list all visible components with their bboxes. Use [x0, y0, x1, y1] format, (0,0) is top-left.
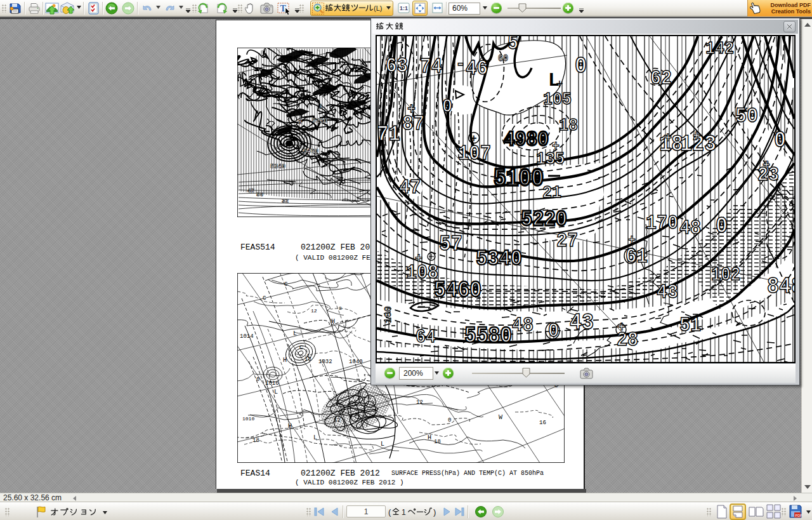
svg-text:47: 47: [247, 188, 254, 194]
svg-text:74: 74: [420, 55, 442, 79]
svg-text:5220: 5220: [312, 117, 327, 124]
svg-text:5460: 5460: [434, 277, 481, 303]
svg-text:18: 18: [559, 116, 578, 135]
svg-text:+: +: [664, 131, 672, 147]
svg-text:0: 0: [774, 128, 786, 154]
svg-text:48: 48: [679, 217, 701, 240]
svg-text:4980: 4980: [504, 128, 549, 152]
svg-text:1: 1: [402, 508, 406, 517]
svg-text:27: 27: [556, 229, 578, 253]
svg-text:105: 105: [543, 90, 572, 109]
svg-text:+: +: [407, 101, 416, 118]
svg-text:5340: 5340: [476, 246, 522, 272]
svg-text:0: 0: [716, 213, 728, 239]
svg-text:L: L: [274, 389, 278, 396]
svg-text:+: +: [415, 251, 422, 267]
svg-text:43: 43: [657, 281, 678, 304]
svg-text:63: 63: [386, 55, 408, 78]
svg-text:62: 62: [650, 67, 672, 90]
svg-text:12: 12: [311, 308, 317, 314]
svg-text:1010: 1010: [242, 416, 254, 422]
svg-text:1032: 1032: [318, 359, 332, 365]
svg-text:0: 0: [256, 377, 259, 383]
svg-text:5580: 5580: [464, 323, 512, 349]
svg-text:L: L: [381, 441, 384, 448]
svg-text:18: 18: [434, 439, 441, 445]
svg-text:C: C: [299, 345, 303, 351]
svg-text:50: 50: [735, 104, 758, 128]
svg-text:H: H: [283, 357, 287, 364]
svg-text:C: C: [263, 295, 266, 302]
svg-text:107: 107: [458, 142, 491, 166]
svg-text:+: +: [693, 129, 700, 145]
svg-text:+: +: [556, 77, 563, 92]
svg-text:5460: 5460: [303, 148, 318, 155]
svg-text:60: 60: [498, 53, 508, 64]
svg-text:170: 170: [646, 211, 678, 235]
svg-text:43: 43: [570, 310, 594, 336]
svg-text:L: L: [307, 353, 310, 359]
svg-text:0: 0: [448, 417, 451, 423]
svg-text:5: 5: [508, 36, 518, 55]
svg-text:C: C: [284, 281, 288, 288]
svg-text:5100: 5100: [494, 165, 544, 192]
svg-text:-: -: [455, 53, 466, 75]
svg-text:46: 46: [466, 57, 488, 81]
svg-text:16: 16: [539, 420, 546, 426]
svg-text:47: 47: [399, 176, 421, 199]
svg-text:1016: 1016: [265, 380, 279, 387]
svg-text:100: 100: [383, 306, 394, 323]
svg-text:71: 71: [377, 122, 400, 147]
svg-text:12: 12: [334, 417, 341, 423]
svg-text:L: L: [293, 330, 297, 337]
svg-text:PDF: PDF: [796, 514, 803, 517]
svg-text:102: 102: [711, 265, 740, 286]
svg-text:): ): [433, 507, 436, 517]
svg-text:5220: 5220: [521, 207, 567, 232]
svg-text:H: H: [428, 434, 431, 441]
svg-text:48: 48: [512, 314, 534, 337]
svg-text:18: 18: [252, 437, 259, 444]
svg-text:H: H: [298, 119, 301, 126]
svg-text:H: H: [288, 423, 292, 430]
svg-text:0: 0: [442, 96, 452, 117]
svg-text:57: 57: [439, 232, 462, 257]
svg-text:51: 51: [679, 314, 701, 337]
svg-text:W: W: [499, 414, 502, 421]
svg-text:L: L: [313, 434, 317, 441]
svg-text:(: (: [388, 507, 391, 517]
svg-text:+: +: [471, 133, 477, 145]
svg-text:56: 56: [256, 192, 263, 198]
svg-text:8: 8: [339, 305, 342, 311]
svg-text:848: 848: [767, 274, 794, 300]
svg-text:(L): (L): [374, 4, 382, 12]
svg-text:+: +: [763, 158, 770, 174]
svg-text:64: 64: [416, 326, 436, 348]
svg-text:12: 12: [416, 399, 423, 406]
svg-text:1:1: 1:1: [400, 5, 408, 11]
svg-text:21: 21: [542, 183, 561, 203]
svg-text:1040: 1040: [349, 359, 363, 365]
svg-text:L: L: [320, 103, 323, 110]
svg-text:1014: 1014: [240, 333, 254, 340]
svg-text:142: 142: [705, 39, 734, 58]
svg-text:0: 0: [575, 53, 587, 79]
svg-text:5340: 5340: [270, 163, 285, 170]
svg-text:H: H: [331, 318, 335, 325]
svg-text:+: +: [628, 233, 636, 249]
svg-text:32: 32: [282, 198, 289, 204]
